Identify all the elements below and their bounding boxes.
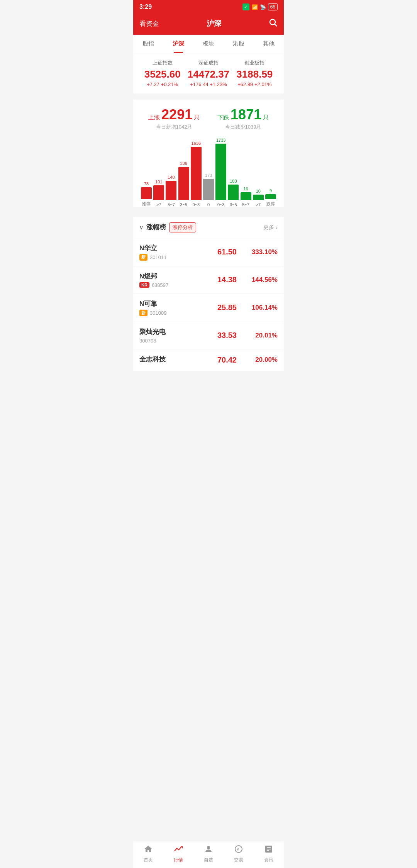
- stock-item-3[interactable]: N可靠 新 301009 25.85 106.14%: [133, 294, 284, 322]
- up-count: 2291: [161, 107, 192, 122]
- status-icons: 📶 📡 66: [252, 3, 278, 10]
- bar-label-2: >7: [156, 202, 161, 207]
- tab-bankuai[interactable]: 板块: [193, 35, 224, 53]
- tab-ganggu[interactable]: 港股: [224, 35, 254, 53]
- bar-label-3: 5~7: [168, 202, 175, 207]
- stock-name-1: N华立: [139, 244, 217, 253]
- bar-count-4: 336: [180, 161, 187, 166]
- bar-label-9: 5~7: [242, 202, 249, 207]
- stock-tag-1: 新: [139, 254, 147, 261]
- index-value-2: 14472.37: [185, 69, 231, 80]
- stock-item-4[interactable]: 聚灿光电 300708 33.53 20.01%: [133, 322, 284, 349]
- up-sub: 今日新增1042只: [148, 124, 200, 131]
- collapse-icon[interactable]: ∨: [139, 224, 143, 231]
- stock-meta-4: 300708: [139, 338, 217, 344]
- bar-count-1: 78: [144, 181, 149, 186]
- bar-dieting: 9 跌停: [264, 188, 277, 207]
- status-bar: 3:29 ✓ 📶 📡 66: [133, 0, 284, 14]
- index-name-2: 深证成指: [185, 59, 231, 66]
- bar-label-8: 3~5: [230, 202, 237, 207]
- breadth-section: 上涨 2291 只 今日新增1042只 下跌 1871 只 今日减少1039只 …: [133, 100, 284, 207]
- index-change-3: +62.89 +2.01%: [232, 81, 278, 87]
- index-value-3: 3188.59: [232, 69, 278, 80]
- index-chuangye[interactable]: 创业板指 3188.59 +62.89 +2.01%: [232, 59, 278, 87]
- stock-item-1[interactable]: N华立 新 301011 61.50 333.10%: [133, 238, 284, 266]
- down-label: 下跌: [217, 114, 231, 120]
- bar-count-9: 16: [243, 186, 248, 191]
- bar-rect-9: [241, 192, 251, 200]
- bar-count-3: 140: [168, 175, 175, 180]
- stock-info-2: N煜邦 KR 688597: [139, 272, 217, 288]
- down-count: 1871: [231, 107, 261, 122]
- stock-info-4: 聚灿光电 300708: [139, 327, 217, 344]
- index-change-1: +7.27 +0.21%: [139, 81, 185, 87]
- bar-03-green: 1733 0~3: [215, 138, 227, 207]
- stock-tag-2: KR: [139, 282, 149, 288]
- nav-tabs: 股指 沪深 板块 港股 其他: [133, 35, 284, 53]
- index-shangzheng[interactable]: 上证指数 3525.60 +7.27 +0.21%: [139, 59, 185, 87]
- index-shenzhen[interactable]: 深证成指 14472.37 +176.44 +1.23%: [185, 59, 231, 87]
- index-name-3: 创业板指: [232, 59, 278, 66]
- zhangting-analysis-button[interactable]: 涨停分析: [169, 222, 196, 232]
- bar-57-green: 16 5~7: [240, 186, 252, 207]
- stock-code-3: 301009: [150, 310, 166, 316]
- bar-count-6: 173: [205, 173, 212, 178]
- stock-item-5[interactable]: 全志科技 70.42 20.00%: [133, 349, 284, 371]
- tab-hushen[interactable]: 沪深: [163, 35, 193, 53]
- bar-count-7: 1733: [216, 138, 225, 142]
- bar-count-10: 10: [256, 189, 261, 193]
- tab-other[interactable]: 其他: [254, 35, 284, 53]
- index-section: 上证指数 3525.60 +7.27 +0.21% 深证成指 14472.37 …: [133, 53, 284, 93]
- wifi-icon: 📡: [260, 4, 266, 10]
- stock-change-5: 20.00%: [243, 356, 278, 364]
- bar-label-4: 3~5: [180, 202, 187, 207]
- stock-change-1: 333.10%: [243, 248, 278, 256]
- stock-price-2: 14.38: [217, 275, 237, 284]
- list-title: 涨幅榜: [146, 223, 166, 232]
- stock-meta-3: 新 301009: [139, 310, 217, 316]
- bar-rect-4: [178, 167, 189, 200]
- stock-info-1: N华立 新 301011: [139, 244, 217, 261]
- list-header-left: ∨ 涨幅榜 涨停分析: [139, 222, 196, 232]
- up-label: 上涨: [148, 114, 161, 120]
- header-left-button[interactable]: 看资金: [139, 19, 159, 28]
- more-button[interactable]: 更多 ›: [263, 224, 278, 231]
- up-unit: 只: [194, 114, 200, 120]
- bar-chart: 78 涨停 101 >7 140 5~7 336 3~5: [139, 134, 278, 207]
- bar-count-8: 103: [230, 179, 237, 183]
- stock-meta-1: 新 301011: [139, 254, 217, 261]
- chevron-right-icon: ›: [276, 224, 278, 231]
- bar-label-1: 涨停: [142, 201, 151, 207]
- bar-gt7-green: 10 >7: [252, 189, 264, 207]
- stock-change-2: 144.56%: [243, 276, 278, 284]
- stock-price-1: 61.50: [217, 248, 237, 256]
- bar-zhangting: 78 涨停: [140, 181, 153, 207]
- stock-info-3: N可靠 新 301009: [139, 299, 217, 316]
- stock-name-5: 全志科技: [139, 355, 217, 364]
- index-name-1: 上证指数: [139, 59, 185, 66]
- bar-count-2: 101: [155, 180, 162, 184]
- tab-guozhi[interactable]: 股指: [133, 35, 163, 53]
- bar-rect-1: [141, 187, 152, 199]
- bar-label-10: >7: [256, 202, 261, 207]
- bar-rect-8: [228, 185, 239, 200]
- stock-code-4: 300708: [139, 338, 156, 344]
- stock-meta-2: KR 688597: [139, 282, 217, 288]
- bar-rect-11: [265, 194, 276, 199]
- stock-price-5: 70.42: [217, 356, 237, 364]
- stock-change-3: 106.14%: [243, 304, 278, 312]
- bar-rect-2: [153, 185, 164, 200]
- bar-rect-6: [203, 179, 214, 200]
- down-unit: 只: [263, 114, 269, 120]
- index-value-1: 3525.60: [139, 69, 185, 80]
- search-icon[interactable]: [268, 18, 278, 29]
- stock-item-2[interactable]: N煜邦 KR 688597 14.38 144.56%: [133, 266, 284, 294]
- bar-label-5: 0~3: [193, 202, 200, 207]
- stock-name-2: N煜邦: [139, 272, 217, 281]
- stock-price-4: 33.53: [217, 331, 237, 340]
- breadth-up: 上涨 2291 只 今日新增1042只: [148, 107, 200, 131]
- wechat-icon: ✓: [242, 3, 249, 10]
- bar-gt7: 101 >7: [153, 180, 165, 207]
- stock-tag-3: 新: [139, 310, 147, 316]
- list-header: ∨ 涨幅榜 涨停分析 更多 ›: [133, 217, 284, 238]
